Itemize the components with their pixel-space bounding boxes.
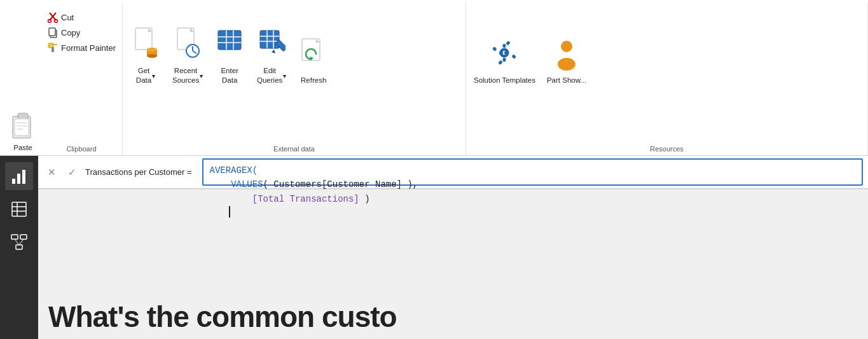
ribbon: Paste Cut Copy bbox=[0, 0, 868, 156]
svg-point-8 bbox=[48, 20, 52, 23]
formula-line-2: VALUES( Customers[Customer Name] ), bbox=[210, 177, 855, 191]
recent-sources-button[interactable]: RecentSources ▾ bbox=[169, 5, 207, 88]
paste-button[interactable]: Paste bbox=[3, 5, 43, 155]
enter-data-icon bbox=[214, 23, 245, 64]
clipboard-group: Paste Cut Copy bbox=[0, 3, 123, 155]
svg-point-19 bbox=[147, 48, 157, 52]
svg-point-9 bbox=[55, 20, 58, 23]
solution-templates-icon bbox=[489, 32, 520, 73]
solution-templates-button[interactable]: Solution Templates bbox=[470, 5, 539, 88]
formula-line-3: [Total Transactions] ) bbox=[210, 192, 855, 206]
table-icon bbox=[10, 200, 28, 218]
svg-rect-58 bbox=[20, 235, 27, 239]
svg-line-61 bbox=[19, 239, 24, 245]
svg-rect-46 bbox=[512, 54, 517, 59]
formula-cancel-button[interactable]: ✕ bbox=[43, 164, 60, 181]
svg-rect-45 bbox=[492, 46, 497, 52]
svg-point-49 bbox=[558, 58, 575, 71]
sidebar bbox=[0, 156, 38, 339]
bar-chart-icon bbox=[10, 167, 28, 185]
cut-label: Cut bbox=[61, 13, 74, 22]
svg-line-60 bbox=[15, 239, 19, 245]
svg-point-48 bbox=[561, 41, 572, 52]
sidebar-item-model[interactable] bbox=[5, 228, 33, 256]
formula-line-1: AVERAGEX( bbox=[210, 163, 855, 177]
content-area: ✕ ✓ Transactions per Customer = AVERAGEX… bbox=[38, 156, 868, 339]
paste-icon bbox=[8, 110, 38, 143]
formula-controls: ✕ ✓ bbox=[43, 158, 80, 186]
svg-rect-53 bbox=[12, 202, 26, 216]
svg-rect-24 bbox=[218, 31, 241, 50]
svg-marker-35 bbox=[272, 50, 275, 53]
part-show-icon bbox=[551, 32, 582, 73]
part-show-label: Part Show... bbox=[547, 76, 586, 85]
formula-editor[interactable]: AVERAGEX( VALUES( Customers[Customer Nam… bbox=[202, 158, 863, 186]
refresh-button[interactable]: Refresh bbox=[294, 5, 333, 88]
cut-icon bbox=[47, 11, 59, 23]
format-painter-button[interactable]: Format Painter bbox=[43, 41, 120, 55]
resources-group: Solution Templates Part Show... Resource… bbox=[466, 3, 868, 155]
copy-label: Copy bbox=[61, 28, 80, 38]
svg-rect-47 bbox=[499, 60, 504, 65]
svg-rect-12 bbox=[48, 43, 53, 48]
svg-rect-11 bbox=[49, 28, 55, 36]
format-painter-label: Format Painter bbox=[61, 43, 116, 53]
svg-rect-13 bbox=[52, 47, 54, 52]
svg-rect-40 bbox=[503, 44, 506, 48]
resources-buttons: Solution Templates Part Show... bbox=[466, 3, 867, 144]
format-painter-icon bbox=[47, 42, 59, 53]
enter-data-button[interactable]: EnterData bbox=[210, 5, 249, 88]
resources-group-label: Resources bbox=[466, 144, 867, 155]
formula-title: Transactions per Customer = bbox=[85, 158, 197, 186]
svg-rect-44 bbox=[506, 41, 511, 46]
main-area: ✕ ✓ Transactions per Customer = AVERAGEX… bbox=[0, 156, 868, 339]
svg-rect-42 bbox=[499, 52, 503, 55]
model-icon bbox=[10, 233, 28, 251]
get-data-label: GetData bbox=[136, 66, 151, 85]
svg-rect-50 bbox=[12, 179, 15, 184]
recent-sources-icon bbox=[172, 23, 203, 64]
svg-rect-43 bbox=[504, 52, 508, 55]
svg-rect-29 bbox=[260, 31, 279, 48]
svg-rect-52 bbox=[22, 170, 25, 184]
part-show-button[interactable]: Part Show... bbox=[543, 5, 590, 88]
enter-data-label: EnterData bbox=[221, 66, 238, 85]
paste-label: Paste bbox=[13, 143, 32, 153]
canvas-big-text: What's the common custo bbox=[48, 300, 397, 334]
edit-queries-icon bbox=[256, 23, 287, 64]
formula-bar: ✕ ✓ Transactions per Customer = AVERAGEX… bbox=[38, 156, 868, 189]
copy-button[interactable]: Copy bbox=[43, 25, 120, 39]
cut-button[interactable]: Cut bbox=[43, 10, 120, 24]
sidebar-item-report[interactable] bbox=[5, 162, 33, 190]
external-data-group-label: External data bbox=[123, 144, 465, 155]
recent-sources-label: RecentSources bbox=[172, 66, 199, 85]
refresh-icon bbox=[298, 32, 329, 73]
solution-templates-label: Solution Templates bbox=[474, 76, 535, 85]
svg-point-18 bbox=[147, 54, 157, 58]
copy-icon bbox=[47, 27, 59, 38]
sidebar-item-data[interactable] bbox=[5, 195, 33, 223]
external-data-buttons: GetData ▾ RecentSource bbox=[123, 3, 465, 144]
svg-rect-2 bbox=[15, 119, 29, 135]
edit-queries-button[interactable]: EditQueries ▾ bbox=[252, 5, 291, 88]
get-data-button[interactable]: GetData ▾ bbox=[127, 5, 165, 88]
edit-queries-label: EditQueries bbox=[257, 66, 282, 85]
svg-rect-57 bbox=[11, 235, 18, 239]
svg-rect-51 bbox=[17, 174, 20, 184]
get-data-icon bbox=[130, 23, 161, 64]
external-data-group: GetData ▾ RecentSource bbox=[123, 3, 466, 155]
refresh-label: Refresh bbox=[301, 76, 326, 85]
clipboard-actions: Cut Copy Format Painter Clipboard bbox=[43, 5, 120, 155]
svg-rect-59 bbox=[16, 245, 22, 249]
clipboard-group-label: Clipboard bbox=[43, 144, 120, 155]
svg-rect-41 bbox=[503, 58, 506, 62]
cursor-beam bbox=[229, 206, 230, 218]
formula-confirm-button[interactable]: ✓ bbox=[64, 164, 80, 181]
